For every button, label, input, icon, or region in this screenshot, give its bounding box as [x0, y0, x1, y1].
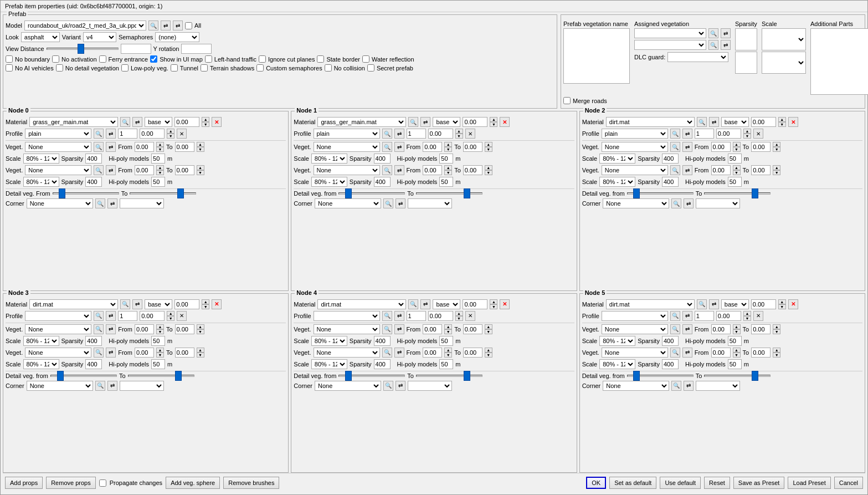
cancel-btn[interactable]: Cancel [834, 477, 863, 489]
veg1-search-1[interactable]: 🔍 [382, 142, 392, 152]
veg1t-dn-0[interactable]: ▼ [197, 147, 204, 152]
prof-up-3[interactable]: ▲ [167, 311, 174, 316]
semaphores-select[interactable]: (none) [155, 32, 199, 42]
veg1f-dn-0[interactable]: ▼ [156, 147, 164, 152]
detail-to-slider-2[interactable] [704, 192, 771, 195]
assigned-veg-select1[interactable] [634, 28, 706, 38]
load-preset-btn[interactable]: Load Preset [788, 477, 830, 489]
mat-dn-4[interactable]: ▼ [490, 304, 497, 309]
mat-x-4[interactable]: ✕ [500, 299, 510, 309]
corner-arrow-4[interactable]: ⇄ [396, 381, 405, 391]
mat-up-3[interactable]: ▲ [202, 299, 209, 304]
veg1-sparsity-3[interactable] [85, 336, 102, 346]
profile-val1-1[interactable] [407, 129, 426, 139]
veg1-scale-sel-1[interactable]: 80% - 120 [311, 154, 347, 164]
profile-select-0[interactable]: plain [25, 129, 91, 139]
veg2-search-3[interactable]: 🔍 [94, 348, 104, 358]
veg1-select-1[interactable]: None [314, 142, 380, 152]
veg1-to-1[interactable] [463, 142, 482, 152]
veg1-to-0[interactable] [175, 142, 194, 152]
veg2-select-1[interactable]: None [314, 165, 380, 175]
veg2f-up-4[interactable]: ▲ [444, 348, 452, 353]
corner-select-0[interactable]: None [27, 198, 93, 208]
veg1f-up-1[interactable]: ▲ [444, 142, 452, 147]
mat-select-1[interactable]: grass_ger_main.mat [317, 117, 406, 127]
base-select-2[interactable]: base [721, 117, 749, 127]
veg2-scale-sel-5[interactable]: 80% - 120 [599, 359, 635, 369]
veg1-select-2[interactable]: None [602, 142, 668, 152]
corner-search-1[interactable]: 🔍 [383, 198, 393, 208]
set-as-default-btn[interactable]: Set as default [609, 477, 656, 489]
assigned-veg-arrow2[interactable]: ⇄ [721, 40, 731, 50]
mat-select-5[interactable]: dirt.mat [606, 299, 695, 309]
veg1f-dn-3[interactable]: ▼ [156, 329, 164, 334]
detail-from-slider-0[interactable] [53, 192, 119, 195]
profile-val1-5[interactable] [695, 311, 714, 321]
mat-dn-0[interactable]: ▼ [202, 122, 209, 127]
left-hand-traffic-cb[interactable] [205, 55, 212, 63]
model-arrow2-btn[interactable]: ⇄ [173, 21, 183, 30]
veg1t-up-3[interactable]: ▲ [197, 324, 204, 329]
veg1-select-4[interactable]: None [314, 324, 380, 334]
veg2-scale-sel-3[interactable]: 80% - 120 [23, 359, 59, 369]
profile-val2-0[interactable] [140, 129, 165, 139]
detail-from-slider-2[interactable] [627, 192, 694, 195]
veg2-arrow-0[interactable]: ⇄ [106, 165, 116, 175]
veg2-sparsity-3[interactable] [85, 359, 102, 369]
profile-search-5[interactable]: 🔍 [670, 311, 680, 321]
mat-arrow-0[interactable]: ⇄ [132, 117, 142, 127]
veg2-scale-sel-4[interactable]: 80% - 120 [311, 359, 347, 369]
veg2-to-3[interactable] [175, 348, 194, 358]
veg2-select-0[interactable]: None [25, 165, 91, 175]
veg1t-dn-1[interactable]: ▼ [485, 147, 492, 152]
veg2f-dn-3[interactable]: ▼ [156, 353, 164, 358]
sparsity-field2[interactable] [735, 52, 757, 74]
mat-x-0[interactable]: ✕ [212, 117, 222, 127]
corner-search-0[interactable]: 🔍 [95, 198, 105, 208]
terrain-shadows-cb[interactable] [201, 64, 208, 72]
no-collision-cb[interactable] [325, 64, 332, 72]
veg2f-dn-1[interactable]: ▼ [444, 170, 452, 175]
profile-arrow-0[interactable]: ⇄ [106, 129, 116, 139]
veg1f-dn-5[interactable]: ▼ [733, 329, 741, 334]
veg2f-up-3[interactable]: ▲ [156, 348, 164, 353]
add-veg-sphere-btn[interactable]: Add veg. sphere [166, 477, 220, 489]
veg2-sparsity-0[interactable] [85, 177, 102, 187]
mat-search-1[interactable]: 🔍 [408, 117, 418, 127]
veg2-select-2[interactable]: None [602, 165, 668, 175]
veg1-sparsity-1[interactable] [374, 154, 391, 164]
veg2-search-1[interactable]: 🔍 [382, 165, 392, 175]
model-search-btn[interactable]: 🔍 [148, 21, 158, 30]
corner-search-5[interactable]: 🔍 [671, 381, 681, 391]
veg1f-up-0[interactable]: ▲ [156, 142, 164, 147]
veg2t-dn-2[interactable]: ▼ [773, 170, 780, 175]
veg1-from-0[interactable] [135, 142, 154, 152]
veg2t-up-1[interactable]: ▲ [485, 165, 492, 170]
prof-up-2[interactable]: ▲ [743, 129, 751, 134]
mat-up-5[interactable]: ▲ [778, 299, 786, 304]
veg1-search-3[interactable]: 🔍 [94, 324, 104, 334]
veg1-sparsity-4[interactable] [374, 336, 391, 346]
mat-search-5[interactable]: 🔍 [697, 299, 707, 309]
veg2-arrow-2[interactable]: ⇄ [682, 165, 692, 175]
veg2t-dn-3[interactable]: ▼ [197, 353, 204, 358]
veg1t-up-5[interactable]: ▲ [773, 324, 780, 329]
veg2t-dn-0[interactable]: ▼ [197, 170, 204, 175]
veg2t-up-2[interactable]: ▲ [773, 165, 780, 170]
base-select-4[interactable]: base [433, 299, 460, 309]
model-select[interactable]: roundabout_uk/road2_t_med_3a_uk.ppd [24, 21, 146, 30]
detail-from-slider-1[interactable] [338, 192, 405, 195]
corner-sel2-4[interactable] [408, 381, 452, 391]
veg1-scale-sel-4[interactable]: 80% - 120 [311, 336, 347, 346]
mat-select-2[interactable]: dirt.mat [606, 117, 695, 127]
mat-val-3[interactable] [174, 299, 199, 309]
prof-x-5[interactable]: ✕ [753, 311, 763, 321]
assigned-veg-search2[interactable]: 🔍 [708, 40, 718, 50]
no-detail-veg-cb[interactable] [56, 64, 63, 72]
water-reflection-cb[interactable] [362, 55, 369, 63]
mat-up-2[interactable]: ▲ [778, 117, 786, 122]
ignore-cut-planes-cb[interactable] [259, 55, 266, 63]
prof-x-2[interactable]: ✕ [753, 129, 763, 139]
mat-val-4[interactable] [463, 299, 487, 309]
veg1-from-4[interactable] [423, 324, 442, 334]
